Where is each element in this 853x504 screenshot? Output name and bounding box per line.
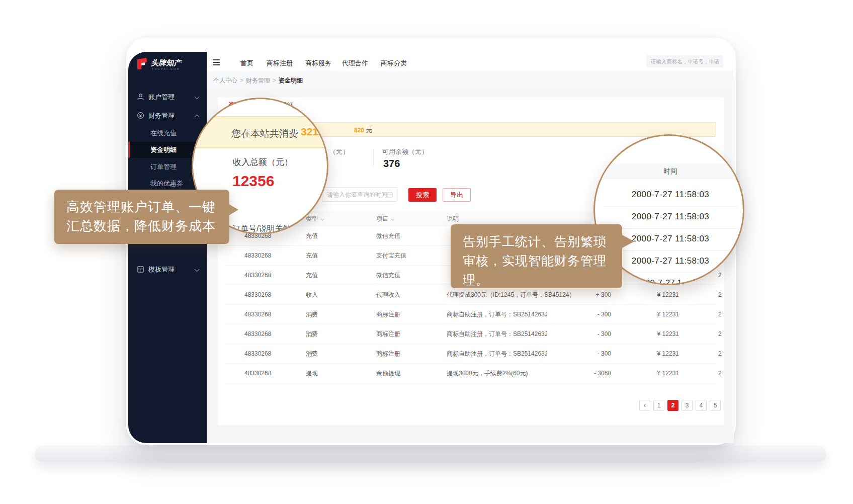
pagination-page-3[interactable]: 3 (681, 400, 693, 411)
sidebar-item-label: 财务管理 (148, 110, 175, 122)
sidebar-item-finance[interactable]: 财务管理 (128, 110, 207, 122)
table-row: 48330268 消费 商标注册 商标自助注册，订单号：SB2514263J -… (225, 324, 716, 344)
banner-tail-unit: 元 (366, 127, 372, 134)
stat-divider (373, 148, 374, 166)
logo-title: 头牌知产 (151, 58, 181, 68)
nav-item-register[interactable]: 商标注册 (267, 58, 293, 69)
table-row: 48330268 消费 商标注册 商标自助注册，订单号：SB2514263J -… (225, 344, 716, 364)
sidebar-item-recharge[interactable]: 在线充值 (128, 127, 207, 139)
active-indicator (128, 142, 130, 158)
tooltip-line: 审核，实现智能财务管理 (463, 251, 610, 270)
tooltip-line: 高效管理账户订单、一键 (66, 197, 217, 216)
tooltip-line: 汇总数据，降低财务成本 (66, 216, 217, 235)
finance-icon (137, 112, 144, 119)
sidebar-item-label: 模板管理 (148, 264, 175, 276)
magnified-time-header: 时间 (595, 163, 744, 179)
tooltip-line: 理。 (463, 270, 610, 289)
sidebar-item-label: 在线充值 (150, 127, 177, 139)
pagination-page-5[interactable]: 5 (710, 400, 721, 411)
magnified-banner: 您在本站共消费 32124 元 (192, 116, 328, 148)
template-icon (137, 266, 144, 273)
magnified-time-value: 2000-7-27 11:58:03 (595, 212, 744, 222)
sidebar-item-label: 我的优惠券 (150, 178, 183, 190)
nav-item-services[interactable]: 商标服务 (305, 58, 331, 69)
balance-label: 可用余额（元） (382, 147, 428, 156)
calendar-icon (387, 192, 393, 198)
nav-item-category[interactable]: 商标分类 (381, 58, 407, 69)
trademark-search-input[interactable] (646, 55, 723, 67)
banner-tail-text: 820 元 (354, 126, 372, 135)
breadcrumb-item[interactable]: 财务管理 (246, 77, 270, 84)
tooltip-right: 告别手工统计、告别繁琐 审核，实现智能财务管理 理。 (451, 224, 622, 288)
breadcrumb-item[interactable]: 个人中心 (213, 77, 237, 84)
chevron-down-icon (195, 95, 200, 100)
pagination-page-2[interactable]: 2 (667, 400, 678, 411)
laptop-base (35, 446, 826, 462)
sidebar-item-label: 订单管理 (150, 161, 177, 173)
chevron-up-icon (195, 115, 200, 120)
divider (603, 206, 738, 207)
sidebar-item-templates[interactable]: 模板管理 (128, 264, 207, 276)
user-icon (137, 93, 144, 101)
sidebar: 头牌知产 TOUPAI.COM 账户管理 财务管理 在线充值 资金明细 订单管理 (128, 52, 207, 443)
sidebar-item-account[interactable]: 账户管理 (128, 91, 207, 103)
table-header-project[interactable]: 项目 (376, 211, 393, 226)
pagination-page-1[interactable]: 1 (653, 400, 664, 411)
table-row: 48330268 提现 余额提现 提现3000元，手续费2%(60元) - 30… (225, 364, 716, 383)
date-query-input[interactable] (322, 187, 397, 202)
nav-item-agency[interactable]: 代理合作 (342, 58, 368, 69)
stat-mid-fragment: （元） (329, 147, 349, 156)
banner-tail-amount: 820 (354, 127, 364, 134)
tooltip-line: 告别手工统计、告别繁琐 (463, 232, 610, 251)
sidebar-item-label: 账户管理 (148, 91, 175, 103)
balance-value: 376 (383, 158, 400, 170)
sort-caret-icon (320, 217, 324, 221)
tooltip-left-arrow-icon (227, 203, 238, 216)
sort-caret-icon (391, 217, 394, 221)
pagination-prev-button[interactable]: ‹ (639, 400, 650, 411)
sidebar-item-label: 资金明细 (150, 142, 177, 158)
search-button[interactable]: 搜索 (408, 188, 437, 202)
table-row: 48330268 消费 商标注册 商标自助注册，订单号：SB2514263J -… (225, 305, 716, 324)
breadcrumb: 个人中心>财务管理>资金明细 (213, 76, 303, 85)
logo-icon (137, 58, 148, 70)
nav-item-home[interactable]: 首页 (240, 58, 253, 69)
hamburger-menu-icon[interactable] (213, 59, 220, 65)
breadcrumb-bar: 个人中心>财务管理>资金明细 (207, 71, 734, 89)
divider (603, 250, 738, 251)
logo-subtext: TOUPAI.COM (152, 67, 180, 70)
divider (603, 228, 738, 229)
pagination-page-4[interactable]: 4 (696, 400, 707, 411)
chevron-down-icon (195, 267, 200, 272)
magnified-income-value: 12356 (232, 173, 274, 190)
breadcrumb-current: 资金明细 (279, 77, 303, 84)
tooltip-right-arrow-icon (621, 234, 634, 248)
magnified-income-label: 收入总额（元） (233, 156, 293, 168)
logo: 头牌知产 TOUPAI.COM (137, 57, 202, 79)
magnified-banner-prefix: 您在本站共消费 (231, 127, 298, 140)
export-button[interactable]: 导出 (443, 188, 471, 202)
magnified-time-value: 2000-7-27 11:58:03 (595, 190, 744, 200)
tooltip-left: 高效管理账户订单、一键 汇总数据，降低财务成本 (54, 190, 229, 244)
